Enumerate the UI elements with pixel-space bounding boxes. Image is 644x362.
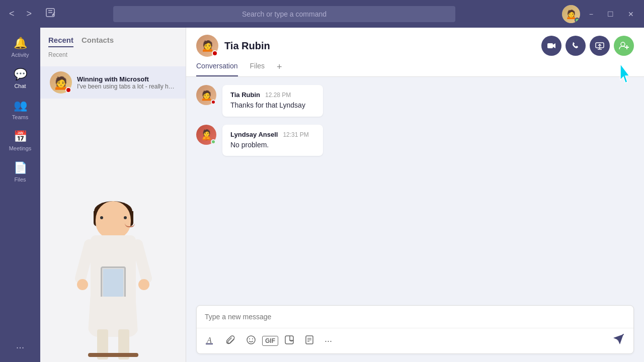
chat-item-preview: I've been using tabs a lot - really hand… xyxy=(77,83,178,90)
forward-button[interactable]: > xyxy=(23,7,36,21)
activity-icon: 🔔 xyxy=(14,37,27,50)
sidebar-item-files-label: Files xyxy=(14,176,26,183)
input-area: A xyxy=(196,305,634,354)
conv-status-dot xyxy=(212,50,218,56)
format-text-button[interactable]: A xyxy=(202,332,220,350)
svg-point-14 xyxy=(247,336,255,344)
files-icon: 📄 xyxy=(14,161,27,174)
msg-text: Thanks for that Lyndsay xyxy=(230,101,315,111)
video-call-button[interactable] xyxy=(541,36,561,56)
conv-header-top: 🙍 Tia Rubin xyxy=(196,35,634,62)
audio-call-button[interactable] xyxy=(566,36,586,56)
teams-icon: 👥 xyxy=(14,99,27,112)
char-head xyxy=(96,201,131,239)
conv-user-info: 🙍 Tia Rubin xyxy=(196,35,270,57)
sticker-button[interactable] xyxy=(280,332,298,350)
tab-files[interactable]: Files xyxy=(250,62,265,76)
recent-label: Recent xyxy=(48,49,178,62)
sidebar-item-activity-label: Activity xyxy=(12,52,29,58)
conv-action-buttons xyxy=(541,36,634,56)
char-tablet xyxy=(101,266,126,301)
conv-avatar: 🙍 xyxy=(196,35,218,57)
conv-header: 🙍 Tia Rubin xyxy=(186,28,644,77)
sidebar-item-teams-label: Teams xyxy=(12,114,28,120)
char-eye-left xyxy=(124,216,127,219)
meetings-icon: 📅 xyxy=(14,130,27,143)
svg-point-16 xyxy=(252,338,253,339)
chat-item-name: Winning with Microsoft xyxy=(77,75,178,83)
share-screen-button[interactable] xyxy=(590,36,610,56)
maximize-button[interactable]: ☐ xyxy=(602,8,619,20)
emoji-button[interactable] xyxy=(242,332,260,350)
msg-time: 12.28 PM xyxy=(265,92,291,99)
svg-rect-17 xyxy=(285,336,293,344)
conv-username: Tia Rubin xyxy=(224,40,270,52)
sidebar-item-activity[interactable]: 🔔 Activity xyxy=(3,33,38,62)
sidebar-item-chat[interactable]: 💬 Chat xyxy=(3,64,38,93)
more-options-button[interactable]: ··· xyxy=(320,333,336,349)
messages-area: 🙍 Tia Rubin 12.28 PM Thanks for that Lyn… xyxy=(186,77,644,305)
char-hand-left xyxy=(77,279,88,290)
title-bar-right: 🙍 − ☐ ✕ xyxy=(562,5,639,23)
more-button[interactable]: ··· xyxy=(12,337,29,357)
close-button[interactable]: ✕ xyxy=(623,8,639,20)
add-tab-button[interactable]: + xyxy=(277,62,282,76)
sidebar-item-chat-label: Chat xyxy=(14,83,26,89)
attach-button[interactable] xyxy=(222,332,240,350)
tab-recent[interactable]: Recent xyxy=(48,36,73,47)
svg-point-9 xyxy=(621,42,625,46)
input-toolbar: A xyxy=(197,328,633,353)
chat-icon: 💬 xyxy=(14,68,27,81)
conversation-panel: 🙍 Tia Rubin xyxy=(186,28,644,362)
msg-content-box: Tia Rubin 12.28 PM Thanks for that Lynds… xyxy=(222,85,323,117)
svg-text:A: A xyxy=(206,336,212,344)
char-platform xyxy=(88,353,138,357)
nav-buttons: < > xyxy=(5,7,36,21)
compose-button[interactable] xyxy=(41,5,60,23)
add-people-button[interactable] xyxy=(614,36,634,56)
message-item: 🙍 Tia Rubin 12.28 PM Thanks for that Lyn… xyxy=(196,85,634,117)
message-item: 🙎 Lyndsay Ansell 12:31 PM No problem. xyxy=(196,125,634,156)
chat-list-header: Recent Contacts Recent xyxy=(40,28,186,66)
sidebar-item-meetings[interactable]: 📅 Meetings xyxy=(3,126,38,155)
gif-button[interactable]: GIF xyxy=(262,336,278,346)
msg-status-dot xyxy=(211,139,216,144)
chat-tabs: Recent Contacts xyxy=(48,36,178,47)
sidebar-item-meetings-label: Meetings xyxy=(9,145,32,151)
chat-list-item[interactable]: 🙍 Winning with Microsoft I've been using… xyxy=(40,66,186,99)
send-button[interactable] xyxy=(608,331,628,350)
char-smile xyxy=(125,223,135,227)
sidebar: 🔔 Activity 💬 Chat 👥 Teams 📅 Meetings 📄 F… xyxy=(0,28,40,362)
msg-header: Tia Rubin 12.28 PM xyxy=(230,91,315,99)
user-avatar[interactable]: 🙍 xyxy=(562,5,580,23)
minimize-button[interactable]: − xyxy=(584,8,598,20)
tab-conversation[interactable]: Conversation xyxy=(196,62,238,76)
msg-sender: Lyndsay Ansell xyxy=(230,131,278,138)
back-button[interactable]: < xyxy=(5,7,19,21)
char-hand-right xyxy=(138,279,149,290)
msg-text: No problem. xyxy=(230,140,315,150)
svg-point-15 xyxy=(249,338,250,339)
main-layout: 🔔 Activity 💬 Chat 👥 Teams 📅 Meetings 📄 F… xyxy=(0,28,644,362)
search-input[interactable] xyxy=(113,6,455,22)
title-bar: < > 🙍 − ☐ ✕ xyxy=(0,0,644,28)
conv-tabs: Conversation Files + xyxy=(196,62,634,76)
char-tablet-screen xyxy=(103,269,123,297)
sidebar-item-files[interactable]: 📄 Files xyxy=(3,157,38,187)
msg-content-box: Lyndsay Ansell 12:31 PM No problem. xyxy=(222,125,323,156)
status-dot-busy xyxy=(65,87,71,93)
char-eye-right xyxy=(100,216,103,219)
chat-item-avatar: 🙍 xyxy=(50,71,72,94)
msg-header: Lyndsay Ansell 12:31 PM xyxy=(230,131,315,138)
char-skirt xyxy=(88,297,138,337)
meeting-note-button[interactable] xyxy=(300,332,318,350)
message-input[interactable] xyxy=(197,306,633,328)
msg-avatar-tia: 🙍 xyxy=(196,85,216,105)
chat-list-panel: Recent Contacts Recent 🙍 Winning with Mi… xyxy=(40,28,186,362)
character-illustration xyxy=(73,201,153,357)
msg-status-dot xyxy=(211,100,216,105)
msg-sender: Tia Rubin xyxy=(230,91,260,99)
sidebar-item-teams[interactable]: 👥 Teams xyxy=(3,95,38,124)
tab-contacts[interactable]: Contacts xyxy=(82,36,114,47)
chat-item-info: Winning with Microsoft I've been using t… xyxy=(77,75,178,90)
